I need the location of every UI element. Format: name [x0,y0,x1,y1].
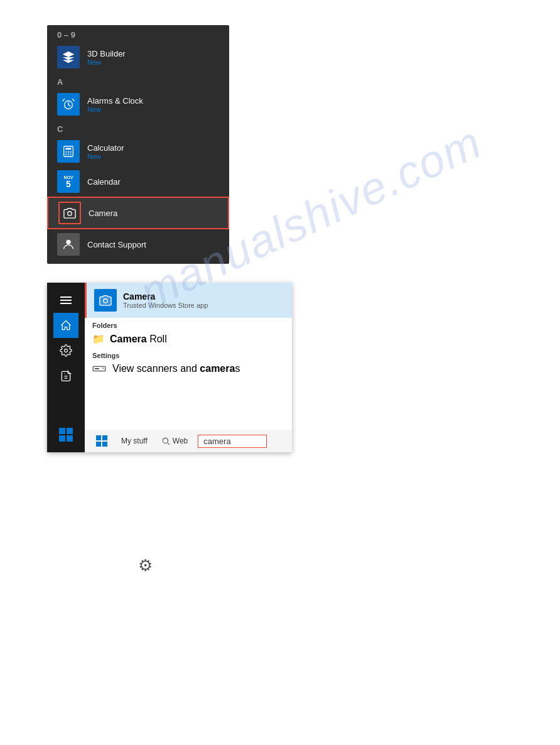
app-item-alarms[interactable]: Alarms & Clock New [47,89,229,119]
camera-result-text: Camera Trusted Windows Store app [123,291,208,309]
svg-point-5 [70,151,72,153]
contact-support-text: Contact Support [87,240,146,249]
alarms-sub: New [87,106,143,113]
svg-point-6 [65,153,67,155]
folders-label: Folders [85,318,292,330]
notebook-sidebar-icon[interactable] [53,363,78,388]
calculator-sub: New [87,153,124,160]
view-scanners-item[interactable]: View scanners and cameras [85,361,292,377]
search-small-icon [161,437,170,445]
camera-name: Camera [89,209,117,218]
calendar-icon: NOV 5 [57,170,80,193]
camera-result-icon [94,289,117,312]
camera-top-result[interactable]: Camera Trusted Windows Store app [85,283,292,318]
svg-point-4 [68,151,69,153]
svg-rect-2 [65,148,71,150]
section-header-0-9: 0 – 9 [47,25,229,42]
app-item-camera[interactable]: Camera [47,197,229,229]
svg-point-7 [68,153,69,155]
view-scanners-text: View scanners and cameras [112,363,240,374]
my-stuff-tab[interactable]: My stuff [117,435,151,447]
my-stuff-label: My stuff [121,437,148,445]
search-input[interactable] [198,435,267,448]
3dbuilder-icon [57,46,80,68]
settings-sidebar-icon[interactable] [53,338,78,363]
svg-point-3 [65,151,67,153]
alarms-icon [57,93,80,116]
hamburger-menu-icon[interactable] [53,288,78,313]
search-content-area: Camera Trusted Windows Store app Folders… [85,283,292,452]
section-header-c: C [47,119,229,136]
cortana-search-screenshot: Camera Trusted Windows Store app Folders… [47,283,292,452]
alarms-name: Alarms & Clock [87,96,143,106]
svg-point-11 [65,349,68,352]
calendar-name: Calendar [87,177,121,187]
web-label: Web [173,437,188,445]
search-bottom-bar: My stuff Web [85,430,292,452]
calculator-text: Calculator New [87,143,124,160]
folder-icon: 📁 [92,333,105,345]
svg-point-9 [68,212,72,215]
svg-line-19 [167,443,169,445]
alarms-text: Alarms & Clock New [87,96,143,113]
calculator-icon [57,140,80,163]
svg-point-8 [70,153,72,155]
camera-result-name: Camera [123,291,208,302]
contact-support-icon [57,233,80,256]
app-item-calculator[interactable]: Calculator New [47,136,229,166]
app-item-contact-support[interactable]: Contact Support [47,229,229,259]
contact-support-name: Contact Support [87,240,146,249]
3dbuilder-name: 3D Builder [87,49,126,58]
camera-result-desc: Trusted Windows Store app [123,302,208,309]
3dbuilder-text: 3D Builder New [87,49,126,66]
windows-logo-sidebar[interactable] [53,422,78,447]
svg-point-10 [66,240,70,244]
svg-rect-16 [95,368,99,369]
calendar-text: Calendar [87,177,121,187]
camera-icon [58,202,81,224]
search-sidebar [47,283,85,452]
web-tab[interactable]: Web [158,435,191,447]
app-item-3dbuilder[interactable]: 3D Builder New [47,42,229,72]
svg-point-18 [163,438,168,443]
camera-roll-text: Camera Roll [110,334,167,345]
start-menu-screenshot: 0 – 9 3D Builder New A Alarms & Clock Ne… [47,25,229,264]
section-header-a: A [47,72,229,89]
windows-logo-bottom [92,434,111,448]
app-item-calendar[interactable]: NOV 5 Calendar [47,166,229,197]
home-sidebar-icon[interactable] [53,313,78,338]
scanner-icon [92,363,107,374]
camera-roll-folder-item[interactable]: 📁 Camera Roll [85,330,292,348]
camera-text: Camera [89,209,117,218]
3dbuilder-sub: New [87,58,126,66]
calculator-name: Calculator [87,143,124,153]
settings-label: Settings [85,348,292,361]
bottom-gear-icon: ⚙ [138,556,153,575]
